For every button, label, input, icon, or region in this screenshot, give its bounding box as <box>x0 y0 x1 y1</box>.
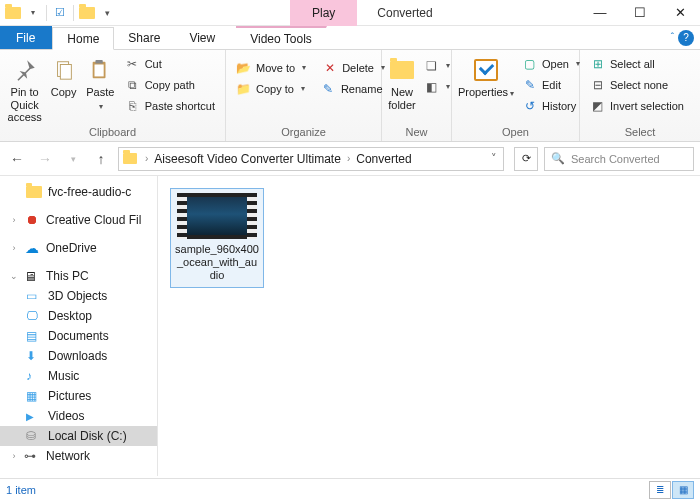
new-item-button[interactable]: ❏▾ <box>420 56 454 75</box>
maximize-button[interactable]: ☐ <box>620 0 660 26</box>
group-label: Organize <box>232 124 375 141</box>
tree-item-desktop[interactable]: Desktop <box>0 306 157 326</box>
ribbon-group-clipboard: Pin to Quick access Copy Paste ▾ ✂Cut ⧉C… <box>0 50 226 141</box>
paste-shortcut-icon: ⎘ <box>125 98 140 113</box>
forward-button[interactable]: → <box>34 148 56 170</box>
address-dropdown-icon[interactable]: ˅ <box>491 152 497 165</box>
tree-item-onedrive[interactable]: ›OneDrive <box>0 238 157 258</box>
copy-path-icon: ⧉ <box>125 77 140 92</box>
titlebar: ▾ ☑ ▾ Play Converted — ☐ ✕ <box>0 0 700 26</box>
invert-selection-icon: ◩ <box>590 98 605 113</box>
ribbon-collapse-icon[interactable]: ˆ <box>671 32 674 43</box>
pin-to-quick-access-button[interactable]: Pin to Quick access <box>6 52 43 124</box>
copy-path-button[interactable]: ⧉Copy path <box>121 75 219 94</box>
history-button[interactable]: ↺History <box>518 96 584 115</box>
easy-access-icon: ◧ <box>424 79 439 94</box>
details-view-button[interactable]: ≣ <box>649 481 671 499</box>
minimize-button[interactable]: — <box>580 0 620 26</box>
scissors-icon: ✂ <box>125 56 140 71</box>
address-bar[interactable]: › Aiseesoft Video Converter Ultimate › C… <box>118 147 504 171</box>
paste-button[interactable]: Paste ▾ <box>84 52 117 111</box>
item-count: 1 item <box>6 484 36 496</box>
quick-access-toolbar: ▾ ☑ ▾ <box>0 4 120 22</box>
new-item-icon: ❏ <box>424 58 439 73</box>
tree-item-creative-cloud[interactable]: ›Creative Cloud Fil <box>0 210 157 230</box>
tab-home[interactable]: Home <box>52 27 114 50</box>
tree-item-music[interactable]: Music <box>0 366 157 386</box>
folder-icon <box>123 153 137 164</box>
tree-item-this-pc[interactable]: ⌄This PC <box>0 266 157 286</box>
ribbon-tabs: File Home Share View Video Tools ˆ ? <box>0 26 700 50</box>
tab-share[interactable]: Share <box>114 26 175 49</box>
breadcrumb-2[interactable]: Converted <box>356 152 411 166</box>
tree-item-network[interactable]: ›Network <box>0 446 157 466</box>
tab-video-tools[interactable]: Video Tools <box>236 26 327 49</box>
app-folder-icon[interactable] <box>4 4 22 22</box>
open-icon: ▢ <box>522 56 537 71</box>
status-bar: 1 item ≣ ▦ <box>0 478 700 500</box>
tree-item-fvc[interactable]: fvc-free-audio-c <box>0 182 157 202</box>
edit-icon: ✎ <box>522 77 537 92</box>
group-label: Open <box>458 124 573 141</box>
select-all-icon: ⊞ <box>590 56 605 71</box>
ribbon-group-select: ⊞Select all ⊟Select none ◩Invert selecti… <box>580 50 700 141</box>
group-label: Clipboard <box>6 124 219 141</box>
properties-qat-icon[interactable]: ☑ <box>51 4 69 22</box>
edit-button[interactable]: ✎Edit <box>518 75 584 94</box>
rename-button[interactable]: ✎Rename <box>317 79 387 98</box>
icons-view-button[interactable]: ▦ <box>672 481 694 499</box>
play-contextual-tab[interactable]: Play <box>290 0 357 26</box>
recent-locations-button[interactable]: ▾ <box>62 148 84 170</box>
qat-menu-chevron-icon[interactable]: ▾ <box>98 4 116 22</box>
new-folder-button[interactable]: New folder <box>388 52 416 111</box>
tree-item-videos[interactable]: Videos <box>0 406 157 426</box>
ribbon-group-new: New folder ❏▾ ◧▾ New <box>382 50 452 141</box>
easy-access-button[interactable]: ◧▾ <box>420 77 454 96</box>
history-icon: ↺ <box>522 98 537 113</box>
copy-to-icon: 📁 <box>236 81 251 96</box>
ribbon-group-open: Properties▾ ▢Open▾ ✎Edit ↺History Open <box>452 50 580 141</box>
chevron-right-icon[interactable]: › <box>145 153 148 164</box>
copy-to-button[interactable]: 📁Copy to▾ <box>232 79 309 98</box>
close-button[interactable]: ✕ <box>660 0 700 26</box>
video-thumbnail-icon <box>177 193 257 239</box>
tree-item-local-disk-c[interactable]: Local Disk (C:) <box>0 426 157 446</box>
select-none-button[interactable]: ⊟Select none <box>586 75 688 94</box>
back-button[interactable]: ← <box>6 148 28 170</box>
invert-selection-button[interactable]: ◩Invert selection <box>586 96 688 115</box>
properties-button[interactable]: Properties▾ <box>458 52 514 99</box>
open-button[interactable]: ▢Open▾ <box>518 54 584 73</box>
breadcrumb-1[interactable]: Aiseesoft Video Converter Ultimate <box>154 152 341 166</box>
tree-item-pictures[interactable]: Pictures <box>0 386 157 406</box>
pin-icon <box>11 56 39 84</box>
chevron-down-icon: ▾ <box>99 102 103 111</box>
file-list[interactable]: sample_960x400_ocean_with_audio <box>158 176 700 476</box>
copy-button[interactable]: Copy <box>47 52 80 99</box>
tab-view[interactable]: View <box>175 26 230 49</box>
navigation-tree[interactable]: fvc-free-audio-c ›Creative Cloud Fil ›On… <box>0 176 158 476</box>
refresh-button[interactable]: ⟳ <box>514 147 538 171</box>
paste-shortcut-button[interactable]: ⎘Paste shortcut <box>121 96 219 115</box>
file-item[interactable]: sample_960x400_ocean_with_audio <box>170 188 264 288</box>
qat-folder-icon[interactable] <box>78 4 96 22</box>
cut-button[interactable]: ✂Cut <box>121 54 219 73</box>
chevron-down-icon[interactable]: ▾ <box>24 4 42 22</box>
navigation-bar: ← → ▾ ↑ › Aiseesoft Video Converter Ulti… <box>0 142 700 176</box>
svg-rect-1 <box>60 65 71 80</box>
window-title: Converted <box>377 6 432 20</box>
properties-icon <box>472 56 500 84</box>
tab-file[interactable]: File <box>0 26 52 49</box>
move-to-button[interactable]: 📂Move to▾ <box>232 58 310 77</box>
delete-button[interactable]: ✕Delete▾ <box>318 58 389 77</box>
select-all-button[interactable]: ⊞Select all <box>586 54 688 73</box>
help-icon[interactable]: ? <box>678 30 694 46</box>
up-button[interactable]: ↑ <box>90 148 112 170</box>
search-placeholder: Search Converted <box>571 153 660 165</box>
tree-item-downloads[interactable]: Downloads <box>0 346 157 366</box>
tree-item-documents[interactable]: Documents <box>0 326 157 346</box>
tree-item-3d-objects[interactable]: 3D Objects <box>0 286 157 306</box>
chevron-right-icon[interactable]: › <box>347 153 350 164</box>
ribbon-group-organize: 📂Move to▾ ✕Delete▾ 📁Copy to▾ ✎Rename Org… <box>226 50 382 141</box>
search-input[interactable]: 🔍 Search Converted <box>544 147 694 171</box>
svg-rect-4 <box>95 65 104 77</box>
